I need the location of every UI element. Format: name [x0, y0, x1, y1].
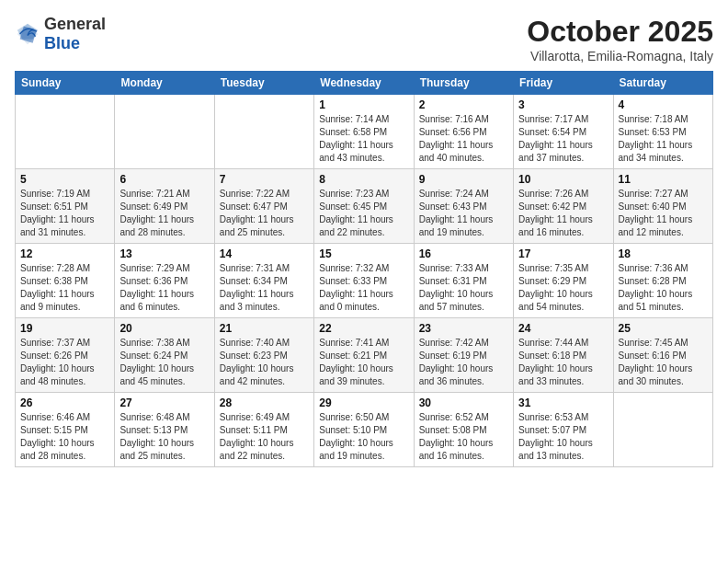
calendar-cell: 20Sunrise: 7:38 AMSunset: 6:24 PMDayligh…: [115, 318, 214, 393]
calendar-week-row: 5Sunrise: 7:19 AMSunset: 6:51 PMDaylight…: [16, 169, 713, 244]
day-info: Sunrise: 7:17 AMSunset: 6:54 PMDaylight:…: [518, 113, 608, 165]
calendar-header-row: SundayMondayTuesdayWednesdayThursdayFrid…: [16, 72, 713, 95]
calendar-day-header: Monday: [115, 72, 214, 95]
calendar-cell: 28Sunrise: 6:49 AMSunset: 5:11 PMDayligh…: [214, 393, 313, 467]
day-info: Sunrise: 7:24 AMSunset: 6:43 PMDaylight:…: [419, 188, 508, 239]
day-info: Sunrise: 7:33 AMSunset: 6:31 PMDaylight:…: [419, 262, 508, 314]
day-number: 6: [119, 173, 209, 186]
logo-text: General Blue: [44, 15, 106, 53]
calendar-body: 1Sunrise: 7:14 AMSunset: 6:58 PMDaylight…: [16, 95, 713, 467]
calendar-cell: 17Sunrise: 7:35 AMSunset: 6:29 PMDayligh…: [514, 244, 613, 318]
day-number: 20: [119, 322, 209, 335]
calendar-cell: 29Sunrise: 6:50 AMSunset: 5:10 PMDayligh…: [314, 393, 414, 467]
day-info: Sunrise: 7:41 AMSunset: 6:21 PMDaylight:…: [319, 337, 408, 388]
day-number: 27: [119, 396, 209, 409]
calendar-cell: 16Sunrise: 7:33 AMSunset: 6:31 PMDayligh…: [414, 244, 513, 318]
month-title: October 2025: [527, 15, 713, 49]
day-number: 22: [319, 322, 408, 335]
day-number: 9: [419, 173, 508, 186]
calendar-cell: 22Sunrise: 7:41 AMSunset: 6:21 PMDayligh…: [314, 318, 414, 393]
calendar-cell: 1Sunrise: 7:14 AMSunset: 6:58 PMDaylight…: [314, 95, 414, 169]
calendar-cell: 23Sunrise: 7:42 AMSunset: 6:19 PMDayligh…: [414, 318, 513, 393]
day-number: 1: [319, 98, 408, 111]
logo-blue: Blue: [44, 34, 80, 52]
calendar-cell: 27Sunrise: 6:48 AMSunset: 5:13 PMDayligh…: [115, 393, 214, 467]
day-info: Sunrise: 7:27 AMSunset: 6:40 PMDaylight:…: [619, 188, 708, 239]
calendar-cell: 26Sunrise: 6:46 AMSunset: 5:15 PMDayligh…: [16, 393, 115, 467]
page-header: General Blue October 2025 Villarotta, Em…: [15, 15, 713, 63]
day-number: 5: [20, 173, 109, 186]
day-number: 18: [619, 247, 708, 260]
location-title: Villarotta, Emilia-Romagna, Italy: [527, 49, 713, 63]
calendar-table: SundayMondayTuesdayWednesdayThursdayFrid…: [15, 71, 713, 467]
day-info: Sunrise: 7:14 AMSunset: 6:58 PMDaylight:…: [319, 113, 408, 165]
day-info: Sunrise: 6:53 AMSunset: 5:07 PMDaylight:…: [518, 411, 608, 463]
calendar-cell: [214, 95, 313, 169]
calendar-cell: 9Sunrise: 7:24 AMSunset: 6:43 PMDaylight…: [414, 169, 513, 244]
calendar-cell: 30Sunrise: 6:52 AMSunset: 5:08 PMDayligh…: [414, 393, 513, 467]
calendar-cell: 21Sunrise: 7:40 AMSunset: 6:23 PMDayligh…: [214, 318, 313, 393]
calendar-cell: 10Sunrise: 7:26 AMSunset: 6:42 PMDayligh…: [514, 169, 613, 244]
day-number: 13: [119, 247, 209, 260]
day-info: Sunrise: 6:48 AMSunset: 5:13 PMDaylight:…: [119, 411, 209, 463]
calendar-cell: 31Sunrise: 6:53 AMSunset: 5:07 PMDayligh…: [514, 393, 613, 467]
calendar-day-header: Sunday: [16, 72, 115, 95]
calendar-cell: 7Sunrise: 7:22 AMSunset: 6:47 PMDaylight…: [214, 169, 313, 244]
day-number: 15: [319, 247, 408, 260]
calendar-cell: [16, 95, 115, 169]
day-info: Sunrise: 7:42 AMSunset: 6:19 PMDaylight:…: [419, 337, 508, 388]
calendar-cell: 24Sunrise: 7:44 AMSunset: 6:18 PMDayligh…: [514, 318, 613, 393]
day-number: 4: [619, 98, 708, 111]
day-info: Sunrise: 7:45 AMSunset: 6:16 PMDaylight:…: [619, 337, 708, 388]
day-number: 21: [220, 322, 309, 335]
day-number: 7: [220, 173, 309, 186]
day-info: Sunrise: 6:49 AMSunset: 5:11 PMDaylight:…: [220, 411, 309, 463]
day-info: Sunrise: 7:36 AMSunset: 6:28 PMDaylight:…: [619, 262, 708, 314]
day-number: 17: [518, 247, 608, 260]
day-number: 2: [419, 98, 508, 111]
calendar-cell: 6Sunrise: 7:21 AMSunset: 6:49 PMDaylight…: [115, 169, 214, 244]
calendar-day-header: Friday: [514, 72, 613, 95]
day-info: Sunrise: 7:16 AMSunset: 6:56 PMDaylight:…: [419, 113, 508, 165]
day-info: Sunrise: 7:28 AMSunset: 6:38 PMDaylight:…: [20, 262, 109, 314]
day-number: 11: [619, 173, 708, 186]
day-number: 14: [220, 247, 309, 260]
day-info: Sunrise: 7:29 AMSunset: 6:36 PMDaylight:…: [119, 262, 209, 314]
day-number: 3: [518, 98, 608, 111]
day-number: 24: [518, 322, 608, 335]
day-number: 26: [20, 396, 109, 409]
calendar-cell: 3Sunrise: 7:17 AMSunset: 6:54 PMDaylight…: [514, 95, 613, 169]
calendar-day-header: Saturday: [613, 72, 712, 95]
calendar-cell: 18Sunrise: 7:36 AMSunset: 6:28 PMDayligh…: [613, 244, 712, 318]
day-number: 23: [419, 322, 508, 335]
day-info: Sunrise: 7:18 AMSunset: 6:53 PMDaylight:…: [619, 113, 708, 165]
logo: General Blue: [15, 15, 106, 53]
title-block: October 2025 Villarotta, Emilia-Romagna,…: [527, 15, 713, 63]
day-number: 28: [220, 396, 309, 409]
day-info: Sunrise: 7:44 AMSunset: 6:18 PMDaylight:…: [518, 337, 608, 388]
logo-icon: [15, 21, 40, 47]
day-info: Sunrise: 7:19 AMSunset: 6:51 PMDaylight:…: [20, 188, 109, 239]
logo-general: General: [44, 15, 106, 33]
day-info: Sunrise: 7:37 AMSunset: 6:26 PMDaylight:…: [20, 337, 109, 388]
day-number: 30: [419, 396, 508, 409]
calendar-cell: [613, 393, 712, 467]
day-number: 31: [518, 396, 608, 409]
day-number: 29: [319, 396, 408, 409]
day-info: Sunrise: 7:26 AMSunset: 6:42 PMDaylight:…: [518, 188, 608, 239]
day-info: Sunrise: 6:50 AMSunset: 5:10 PMDaylight:…: [319, 411, 408, 463]
day-info: Sunrise: 6:46 AMSunset: 5:15 PMDaylight:…: [20, 411, 109, 463]
day-info: Sunrise: 7:40 AMSunset: 6:23 PMDaylight:…: [220, 337, 309, 388]
day-number: 19: [20, 322, 109, 335]
calendar-week-row: 1Sunrise: 7:14 AMSunset: 6:58 PMDaylight…: [16, 95, 713, 169]
day-number: 16: [419, 247, 508, 260]
calendar-cell: 13Sunrise: 7:29 AMSunset: 6:36 PMDayligh…: [115, 244, 214, 318]
calendar-day-header: Tuesday: [214, 72, 313, 95]
day-info: Sunrise: 7:38 AMSunset: 6:24 PMDaylight:…: [119, 337, 209, 388]
calendar-day-header: Wednesday: [314, 72, 414, 95]
calendar-week-row: 19Sunrise: 7:37 AMSunset: 6:26 PMDayligh…: [16, 318, 713, 393]
calendar-cell: 11Sunrise: 7:27 AMSunset: 6:40 PMDayligh…: [613, 169, 712, 244]
calendar-cell: 14Sunrise: 7:31 AMSunset: 6:34 PMDayligh…: [214, 244, 313, 318]
day-info: Sunrise: 7:21 AMSunset: 6:49 PMDaylight:…: [119, 188, 209, 239]
calendar-cell: 12Sunrise: 7:28 AMSunset: 6:38 PMDayligh…: [16, 244, 115, 318]
